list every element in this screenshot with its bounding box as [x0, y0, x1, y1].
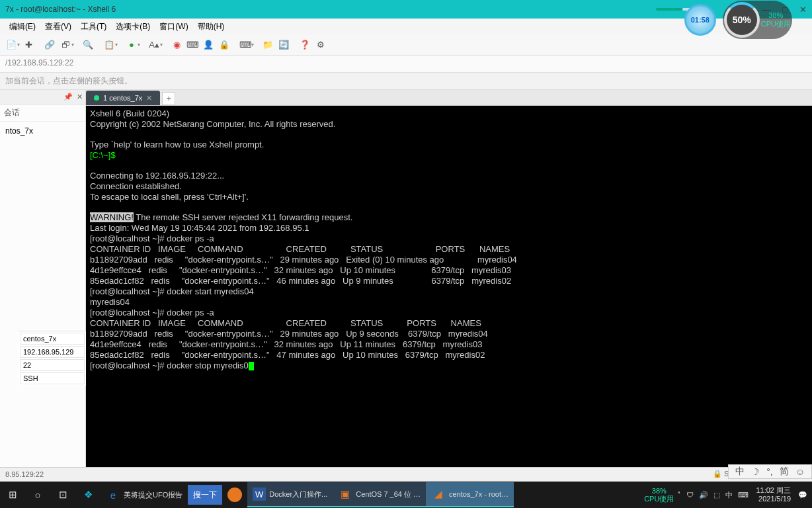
cpu-widget: 50%: [724, 2, 760, 38]
ime-zh[interactable]: 中: [735, 466, 745, 478]
ime-punct[interactable]: °,: [766, 466, 773, 477]
cortana-button[interactable]: ○: [25, 482, 50, 507]
tab-strip: 1 centos_7x ✕ +: [86, 90, 812, 106]
copy-button[interactable]: 📋: [102, 38, 116, 52]
open-button[interactable]: ✚: [21, 38, 36, 52]
word-task[interactable]: WDocker入门操作...: [247, 482, 333, 507]
lock-button[interactable]: 🔒: [217, 38, 231, 52]
overlay-widgets: 01:58 50% 38% CPU使用: [684, 0, 812, 40]
svg-rect-0: [656, 8, 682, 11]
terminal[interactable]: Xshell 6 (Build 0204) Copyright (c) 2002…: [86, 106, 812, 467]
help-button[interactable]: ❓: [298, 38, 312, 52]
start-button[interactable]: ⊞: [0, 482, 25, 507]
session-label: 会话: [0, 105, 85, 122]
sidebar-header: 📌 ✕: [0, 90, 85, 105]
main-pane: 1 centos_7x ✕ + Xshell 6 (Build 0204) Co…: [86, 90, 812, 467]
system-tray: 38%CPU使用 ˄ 🛡 🔊 ⬚ 中 ⌨ 11:02 周三2021/5/19 💬: [644, 486, 812, 503]
detail-proto: SSH: [20, 372, 85, 384]
tray-cpu[interactable]: 38%CPU使用: [644, 487, 674, 503]
detail-name: centos_7x: [20, 333, 85, 345]
tray-net-icon[interactable]: ⬚: [711, 491, 722, 499]
reconnect-button[interactable]: 🔗: [42, 38, 57, 52]
360-button[interactable]: ❖: [75, 482, 101, 507]
menu-edit[interactable]: 编辑(E): [5, 20, 40, 34]
detail-host: 192.168.95.129: [20, 346, 85, 358]
ime-moon-icon[interactable]: ☽: [751, 466, 760, 477]
menu-help[interactable]: 帮助(H): [194, 20, 229, 34]
taskview-button[interactable]: ⊡: [50, 482, 75, 507]
tray-clock[interactable]: 11:02 周三2021/5/19: [752, 486, 795, 503]
session-tree: ntos_7x: [0, 122, 85, 467]
tab-add-button[interactable]: +: [162, 92, 175, 105]
status-bar: 8.95.129:22 🔒 SSH2 xterm ↕ 162x35: [0, 467, 812, 480]
pin-icon[interactable]: 📌: [63, 93, 73, 101]
sync-button[interactable]: 🔄: [276, 38, 291, 52]
color-button[interactable]: ●: [124, 38, 139, 52]
vm-task[interactable]: ▣CentOS 7 _64 位 …: [333, 482, 426, 507]
tray-up-icon[interactable]: ˄: [675, 491, 683, 499]
tab-label: 1 centos_7x: [103, 94, 142, 102]
address-bar[interactable]: /192.168.95.129:22: [0, 56, 812, 73]
ime-jian[interactable]: 简: [780, 466, 789, 478]
menu-tabs[interactable]: 选项卡(B): [112, 20, 154, 34]
font-button[interactable]: A▴: [147, 38, 161, 52]
user-button[interactable]: 👤: [201, 38, 216, 52]
ime-bar[interactable]: 中 ☽ °, 简 ☺: [728, 464, 812, 479]
ime-smile-icon[interactable]: ☺: [795, 466, 805, 477]
status-dot-icon: [94, 95, 99, 101]
search-button[interactable]: 🔍: [81, 38, 95, 52]
tray-speaker-icon[interactable]: 🔊: [697, 491, 710, 499]
tab-close-icon[interactable]: ✕: [146, 94, 152, 103]
clock-widget: 01:58: [684, 4, 716, 36]
settings-button[interactable]: ⚙: [313, 38, 328, 52]
detail-port: 22: [20, 359, 85, 371]
close-sidebar-icon[interactable]: ✕: [77, 93, 83, 101]
new-button[interactable]: 📄: [4, 38, 19, 52]
workspace: 📌 ✕ 会话 ntos_7x centos_7x 192.168.95.129 …: [0, 90, 812, 467]
uc-task[interactable]: [222, 482, 247, 507]
macro-button[interactable]: ◉: [169, 38, 184, 52]
menu-view[interactable]: 查看(V): [41, 20, 75, 34]
folder-button[interactable]: 📁: [261, 38, 275, 52]
tray-notif-icon[interactable]: 💬: [796, 491, 809, 499]
menu-window[interactable]: 窗口(W): [155, 20, 192, 34]
session-details: centos_7x 192.168.95.129 22 SSH: [19, 331, 86, 386]
disconnect-button[interactable]: 🗗: [58, 38, 73, 52]
cursor: [249, 362, 254, 370]
taskbar: ⊞ ○ ⊡ ❖ e美将提交UFO报告 搜一下 WDocker入门操作... ▣C…: [0, 482, 812, 508]
tray-kb-icon[interactable]: ⌨: [736, 491, 751, 499]
status-host: 8.95.129:22: [5, 470, 44, 478]
tray-ime-icon[interactable]: 中: [723, 490, 735, 500]
keyboard-button[interactable]: ⌨: [238, 38, 253, 52]
session-node[interactable]: ntos_7x: [0, 124, 85, 138]
window-title: 7x - root@localhost:~ - Xshell 6: [5, 5, 656, 14]
menu-tools[interactable]: 工具(T): [77, 20, 110, 34]
key-button[interactable]: ⌨: [185, 38, 200, 52]
xshell-task[interactable]: ◢centos_7x - root…: [426, 482, 514, 507]
session-sidebar: 📌 ✕ 会话 ntos_7x centos_7x 192.168.95.129 …: [0, 90, 86, 467]
cpu-label: 38% CPU使用: [761, 11, 791, 29]
tray-shield-icon[interactable]: 🛡: [684, 491, 696, 499]
taskbar-search[interactable]: 搜一下: [188, 485, 222, 505]
info-bar: 加当前会话，点击左侧的箭头按钮。: [0, 73, 812, 90]
ie-task[interactable]: e美将提交UFO报告: [101, 482, 188, 507]
tab-centos7x[interactable]: 1 centos_7x ✕: [86, 91, 160, 105]
